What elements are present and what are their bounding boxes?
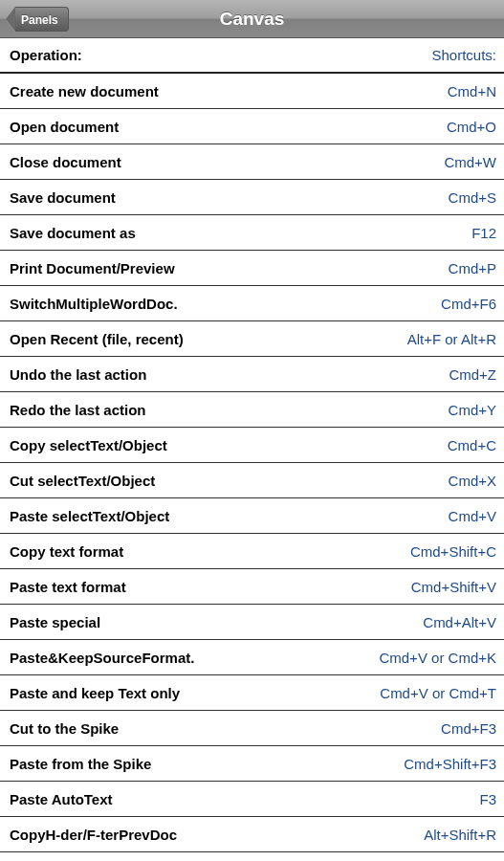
list-item[interactable]: Print Document/PreviewCmd+P: [0, 251, 504, 286]
shortcut-label: Cmd+Shift+F3: [404, 756, 496, 772]
list-item[interactable]: Paste specialCmd+Alt+V: [0, 605, 504, 640]
operation-label: Save document: [10, 189, 116, 206]
operation-label: Paste text format: [10, 579, 126, 595]
operation-label: Paste selectText/Object: [10, 508, 169, 524]
shortcut-label: Cmd+Shift+V: [411, 579, 496, 595]
operation-label: Cut selectText/Object: [10, 473, 155, 489]
shortcut-label: Cmd+F6: [441, 296, 496, 312]
shortcut-label: Cmd+W: [444, 154, 496, 170]
operation-label: Paste AutoText: [10, 791, 113, 807]
list-header: Operation: Shortcuts:: [0, 38, 504, 74]
list-item[interactable]: Paste&KeepSourceFormat.Cmd+V or Cmd+K: [0, 640, 504, 675]
operation-label: Cut to the Spike: [10, 720, 119, 737]
list-item[interactable]: CopyH-der/F-terPrevDocAlt+Shift+R: [0, 817, 504, 852]
operation-label: Print Document/Preview: [10, 260, 175, 276]
list-item[interactable]: Paste AutoTextF3: [0, 782, 504, 817]
shortcuts-list[interactable]: Operation: Shortcuts: Create new documen…: [0, 38, 504, 861]
shortcut-label: Cmd+N: [448, 83, 496, 99]
shortcut-label: Cmd+V: [449, 508, 496, 524]
shortcut-label: Cmd+P: [449, 260, 496, 276]
list-item[interactable]: Open Recent (file, recent)Alt+F or Alt+R: [0, 321, 504, 357]
list-item[interactable]: SwitchMultipleWordDoc.Cmd+F6: [0, 286, 504, 321]
shortcut-label: Cmd+Alt+V: [423, 614, 496, 630]
chevron-left-icon: [6, 7, 15, 32]
operation-label: Paste special: [10, 614, 100, 630]
shortcut-label: Alt+F or Alt+R: [407, 331, 496, 347]
shortcut-label: Cmd+Shift+C: [410, 543, 496, 560]
list-item[interactable]: Jump1RowDown/UpDown/Up: [0, 852, 504, 861]
operation-label: Paste&KeepSourceFormat.: [10, 650, 194, 666]
operation-label: Undo the last action: [10, 366, 146, 383]
shortcut-label: Alt+Shift+R: [424, 827, 496, 843]
shortcut-label: Cmd+Z: [449, 366, 496, 383]
list-item[interactable]: Paste from the SpikeCmd+Shift+F3: [0, 746, 504, 782]
operation-label: Paste from the Spike: [10, 756, 151, 772]
list-item[interactable]: Paste text formatCmd+Shift+V: [0, 569, 504, 605]
shortcut-label: Cmd+F3: [441, 720, 496, 737]
shortcut-label: Cmd+Y: [449, 402, 496, 418]
operation-label: Copy text format: [10, 543, 123, 560]
shortcut-label: F3: [479, 791, 496, 807]
shortcut-label: Cmd+S: [449, 189, 496, 206]
shortcut-label: Cmd+C: [448, 437, 496, 453]
operation-label: Open document: [10, 119, 119, 135]
operation-label: SwitchMultipleWordDoc.: [10, 296, 178, 312]
operation-label: Redo the last action: [10, 402, 146, 418]
operation-label: Save document as: [10, 225, 136, 241]
list-item[interactable]: Redo the last actionCmd+Y: [0, 392, 504, 428]
shortcut-label: Cmd+V or Cmd+T: [380, 685, 496, 701]
list-item[interactable]: Save documentCmd+S: [0, 180, 504, 215]
back-button-label: Panels: [15, 7, 69, 32]
list-item[interactable]: Copy text formatCmd+Shift+C: [0, 534, 504, 569]
shortcut-label: F12: [471, 225, 496, 241]
operation-label: Create new document: [10, 83, 159, 99]
operation-label: Close document: [10, 154, 121, 170]
back-button[interactable]: Panels: [6, 7, 69, 32]
list-item[interactable]: Open documentCmd+O: [0, 109, 504, 144]
list-item[interactable]: Cut selectText/ObjectCmd+X: [0, 463, 504, 498]
navbar: Panels Canvas: [0, 0, 504, 38]
header-operation-label: Operation:: [10, 47, 82, 63]
shortcut-label: Cmd+O: [447, 119, 496, 135]
operation-label: Copy selectText/Object: [10, 437, 167, 453]
operation-label: Paste and keep Text only: [10, 685, 180, 701]
list-item[interactable]: Copy selectText/ObjectCmd+C: [0, 428, 504, 463]
list-item[interactable]: Close documentCmd+W: [0, 144, 504, 180]
list-item[interactable]: Create new documentCmd+N: [0, 74, 504, 109]
shortcut-label: Cmd+V or Cmd+K: [379, 650, 496, 666]
list-item[interactable]: Save document asF12: [0, 215, 504, 251]
list-item[interactable]: Undo the last actionCmd+Z: [0, 357, 504, 392]
shortcut-label: Cmd+X: [449, 473, 496, 489]
list-item[interactable]: Paste selectText/ObjectCmd+V: [0, 498, 504, 534]
page-title: Canvas: [220, 9, 285, 30]
header-shortcut-label: Shortcuts:: [431, 47, 496, 63]
operation-label: CopyH-der/F-terPrevDoc: [10, 827, 177, 843]
list-item[interactable]: Paste and keep Text onlyCmd+V or Cmd+T: [0, 675, 504, 711]
list-item[interactable]: Cut to the SpikeCmd+F3: [0, 711, 504, 746]
operation-label: Open Recent (file, recent): [10, 331, 184, 347]
